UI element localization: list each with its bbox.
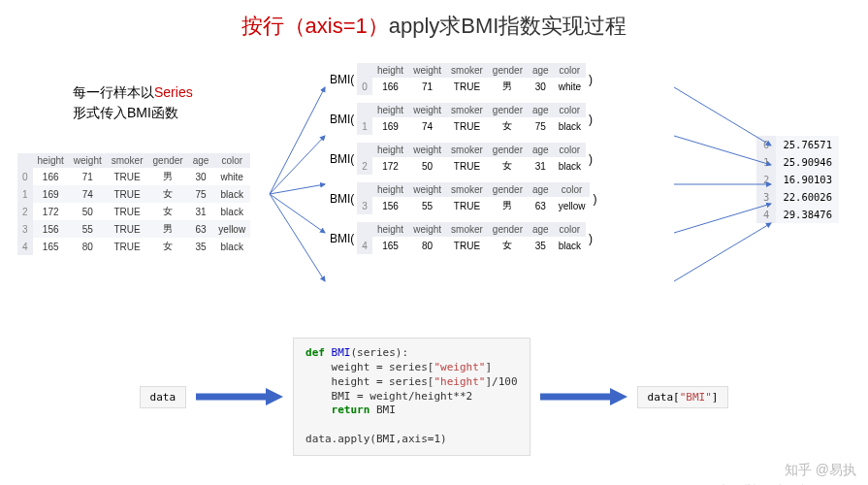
series-table: heightweightsmokergenderagecolor 116974T… — [357, 103, 586, 135]
svg-line-0 — [270, 87, 325, 194]
series-row: BMI( heightweightsmokergenderagecolor 31… — [330, 182, 596, 214]
bmi-call-open: BMI( — [330, 232, 354, 245]
source-dataframe: height weight smoker gender age color 01… — [17, 153, 250, 255]
title-red: 按行（axis=1） — [241, 14, 389, 38]
desc-text-a: 每一行样本以 — [73, 84, 154, 100]
col-weight: weight — [69, 153, 107, 168]
desc-text-c: 形式传入BMI函数 — [73, 105, 178, 120]
col-gender: gender — [148, 153, 188, 168]
svg-marker-10 — [196, 388, 283, 405]
result-row: 025.76571 — [756, 136, 839, 153]
series-row: BMI( heightweightsmokergenderagecolor 41… — [330, 222, 596, 254]
col-color: color — [213, 153, 250, 168]
result-row: 322.60026 — [756, 188, 839, 206]
series-table: heightweightsmokergenderagecolor 315655T… — [357, 182, 590, 214]
col-age: age — [188, 153, 214, 168]
bmi-call-open: BMI( — [330, 73, 354, 86]
bmi-call-close: ) — [589, 113, 593, 126]
table-row: 416580TRUE女35black — [17, 238, 250, 255]
bmi-call-open: BMI( — [330, 192, 354, 206]
table-row: 315655TRUE男63yellow — [17, 220, 250, 238]
table-row: 016671TRUE男30white — [17, 168, 250, 185]
svg-line-1 — [270, 136, 325, 194]
series-rows-zone: BMI( heightweightsmokergenderagecolor 01… — [330, 63, 596, 254]
flow-data-box: data — [140, 386, 187, 408]
title-black: apply求BMI指数实现过程 — [389, 14, 627, 38]
bottom-flow: data def BMI(series): weight = series["w… — [0, 338, 868, 456]
svg-line-2 — [270, 184, 325, 194]
bmi-call-open: BMI( — [330, 152, 354, 166]
series-row: BMI( heightweightsmokergenderagecolor 21… — [330, 143, 596, 175]
description: 每一行样本以Series 形式传入BMI函数 — [73, 82, 193, 123]
svg-line-3 — [270, 194, 325, 233]
bmi-call-close: ) — [589, 73, 593, 86]
watermark: 知乎 @易执 — [785, 462, 856, 479]
code-box: def BMI(series): weight = series["weight… — [293, 338, 530, 456]
svg-marker-11 — [540, 388, 627, 405]
result-series: 025.76571125.90946216.90103322.60026429.… — [756, 136, 839, 223]
series-table: heightweightsmokergenderagecolor 217250T… — [357, 143, 586, 175]
bmi-call-open: BMI( — [330, 113, 354, 126]
result-row: 125.90946 — [756, 153, 839, 171]
bmi-call-close: ) — [589, 232, 593, 245]
bmi-call-close: ) — [589, 152, 593, 166]
col-height: height — [33, 153, 69, 168]
svg-line-9 — [674, 223, 771, 281]
series-row: BMI( heightweightsmokergenderagecolor 11… — [330, 103, 596, 135]
svg-line-4 — [270, 194, 325, 281]
bmi-call-close: ) — [593, 192, 596, 206]
page-title: 按行（axis=1）apply求BMI指数实现过程 — [0, 0, 868, 41]
table-row: 116974TRUE女75black — [17, 185, 250, 203]
series-table: heightweightsmokergenderagecolor 016671T… — [357, 63, 586, 95]
flow-arrow-2 — [540, 388, 627, 405]
result-row: 429.38476 — [756, 206, 839, 223]
series-row: BMI( heightweightsmokergenderagecolor 01… — [330, 63, 596, 95]
desc-text-b: Series — [154, 84, 193, 100]
series-table: heightweightsmokergenderagecolor 416580T… — [357, 222, 586, 254]
result-row: 216.90103 — [756, 171, 839, 188]
col-smoker: smoker — [107, 153, 148, 168]
flow-result-box: data["BMI"] — [637, 386, 729, 408]
table-row: 217250TRUE女31black — [17, 203, 250, 220]
flow-arrow-1 — [196, 388, 283, 405]
